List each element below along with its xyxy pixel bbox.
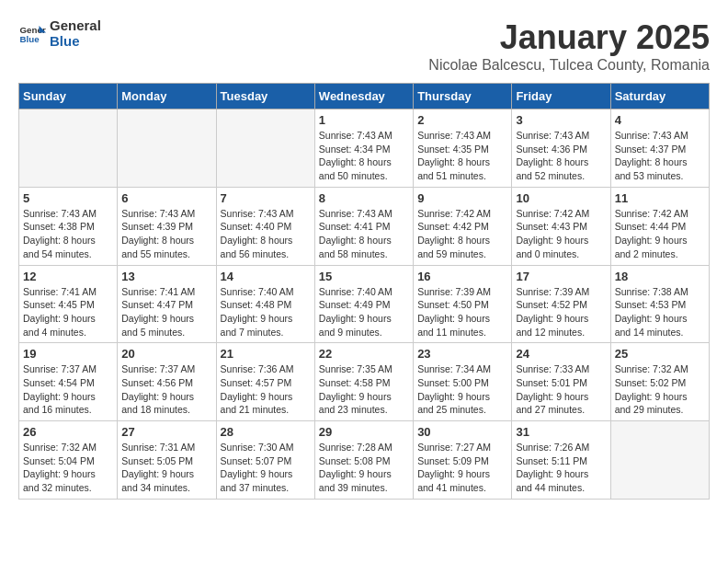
weekday-header-row: SundayMondayTuesdayWednesdayThursdayFrid…	[19, 84, 710, 109]
weekday-header: Monday	[118, 84, 216, 109]
calendar-cell: 2Sunrise: 7:43 AM Sunset: 4:35 PM Daylig…	[414, 109, 512, 188]
calendar-cell: 24Sunrise: 7:33 AM Sunset: 5:01 PM Dayli…	[512, 343, 610, 421]
title-section: January 2025 Nicolae Balcescu, Tulcea Co…	[428, 18, 710, 74]
weekday-header: Tuesday	[216, 84, 314, 109]
day-info: Sunrise: 7:40 AM Sunset: 4:48 PM Dayligh…	[221, 285, 311, 339]
calendar-cell: 4Sunrise: 7:43 AM Sunset: 4:37 PM Daylig…	[610, 109, 709, 188]
calendar-cell: 30Sunrise: 7:27 AM Sunset: 5:09 PM Dayli…	[414, 421, 512, 500]
day-number: 14	[221, 270, 311, 283]
day-number: 29	[319, 425, 409, 439]
day-number: 26	[23, 425, 113, 439]
calendar-cell	[610, 421, 709, 500]
page-header: General Blue General Blue January 2025 N…	[18, 18, 710, 74]
day-info: Sunrise: 7:28 AM Sunset: 5:08 PM Dayligh…	[319, 441, 409, 495]
day-info: Sunrise: 7:36 AM Sunset: 4:57 PM Dayligh…	[221, 362, 311, 417]
calendar-subtitle: Nicolae Balcescu, Tulcea County, Romania	[428, 57, 710, 74]
day-info: Sunrise: 7:40 AM Sunset: 4:49 PM Dayligh…	[319, 285, 409, 339]
weekday-header: Thursday	[414, 84, 512, 109]
day-info: Sunrise: 7:39 AM Sunset: 4:52 PM Dayligh…	[516, 285, 606, 339]
calendar-cell: 25Sunrise: 7:32 AM Sunset: 5:02 PM Dayli…	[610, 343, 709, 421]
logo-general-text: General	[50, 18, 101, 34]
day-number: 23	[417, 347, 507, 361]
calendar-cell: 8Sunrise: 7:43 AM Sunset: 4:41 PM Daylig…	[314, 187, 413, 265]
calendar-cell: 18Sunrise: 7:38 AM Sunset: 4:53 PM Dayli…	[610, 265, 709, 343]
day-number: 31	[516, 425, 606, 439]
day-info: Sunrise: 7:27 AM Sunset: 5:09 PM Dayligh…	[417, 441, 507, 495]
day-info: Sunrise: 7:34 AM Sunset: 5:00 PM Dayligh…	[417, 362, 507, 417]
day-info: Sunrise: 7:30 AM Sunset: 5:07 PM Dayligh…	[221, 441, 311, 495]
calendar-cell: 7Sunrise: 7:43 AM Sunset: 4:40 PM Daylig…	[216, 187, 314, 265]
calendar-cell: 28Sunrise: 7:30 AM Sunset: 5:07 PM Dayli…	[216, 421, 314, 500]
calendar-cell: 14Sunrise: 7:40 AM Sunset: 4:48 PM Dayli…	[216, 265, 314, 343]
day-number: 28	[221, 425, 311, 439]
calendar-cell: 26Sunrise: 7:32 AM Sunset: 5:04 PM Dayli…	[19, 421, 118, 500]
calendar-cell: 29Sunrise: 7:28 AM Sunset: 5:08 PM Dayli…	[314, 421, 413, 500]
calendar-cell	[118, 109, 216, 188]
day-number: 17	[516, 270, 606, 283]
calendar-cell: 22Sunrise: 7:35 AM Sunset: 4:58 PM Dayli…	[314, 343, 413, 421]
day-info: Sunrise: 7:43 AM Sunset: 4:34 PM Dayligh…	[319, 129, 409, 183]
day-info: Sunrise: 7:42 AM Sunset: 4:42 PM Dayligh…	[417, 207, 507, 261]
day-info: Sunrise: 7:43 AM Sunset: 4:35 PM Dayligh…	[417, 129, 507, 183]
day-number: 16	[417, 270, 507, 283]
logo-icon: General Blue	[18, 20, 46, 48]
day-info: Sunrise: 7:41 AM Sunset: 4:47 PM Dayligh…	[121, 285, 211, 339]
day-number: 5	[23, 191, 113, 205]
calendar-cell	[216, 109, 314, 188]
day-number: 27	[121, 425, 211, 439]
calendar-cell: 15Sunrise: 7:40 AM Sunset: 4:49 PM Dayli…	[314, 265, 413, 343]
calendar-week-row: 19Sunrise: 7:37 AM Sunset: 4:54 PM Dayli…	[19, 343, 710, 421]
day-number: 4	[615, 113, 705, 127]
day-info: Sunrise: 7:32 AM Sunset: 5:04 PM Dayligh…	[23, 441, 113, 495]
day-number: 20	[121, 347, 211, 361]
calendar-cell: 31Sunrise: 7:26 AM Sunset: 5:11 PM Dayli…	[512, 421, 610, 500]
day-info: Sunrise: 7:26 AM Sunset: 5:11 PM Dayligh…	[516, 441, 606, 495]
calendar-cell: 20Sunrise: 7:37 AM Sunset: 4:56 PM Dayli…	[118, 343, 216, 421]
calendar-week-row: 12Sunrise: 7:41 AM Sunset: 4:45 PM Dayli…	[19, 265, 710, 343]
day-number: 9	[417, 191, 507, 205]
day-info: Sunrise: 7:43 AM Sunset: 4:36 PM Dayligh…	[516, 129, 606, 183]
calendar-cell: 21Sunrise: 7:36 AM Sunset: 4:57 PM Dayli…	[216, 343, 314, 421]
calendar-cell: 27Sunrise: 7:31 AM Sunset: 5:05 PM Dayli…	[118, 421, 216, 500]
day-info: Sunrise: 7:38 AM Sunset: 4:53 PM Dayligh…	[615, 285, 705, 339]
day-number: 30	[417, 425, 507, 439]
calendar-cell: 13Sunrise: 7:41 AM Sunset: 4:47 PM Dayli…	[118, 265, 216, 343]
day-number: 15	[319, 270, 409, 283]
day-info: Sunrise: 7:43 AM Sunset: 4:40 PM Dayligh…	[221, 207, 311, 261]
day-info: Sunrise: 7:33 AM Sunset: 5:01 PM Dayligh…	[516, 362, 606, 417]
day-number: 25	[615, 347, 705, 361]
calendar-cell: 1Sunrise: 7:43 AM Sunset: 4:34 PM Daylig…	[314, 109, 413, 188]
calendar-title: January 2025	[428, 18, 710, 57]
day-info: Sunrise: 7:43 AM Sunset: 4:41 PM Dayligh…	[319, 207, 409, 261]
day-info: Sunrise: 7:31 AM Sunset: 5:05 PM Dayligh…	[121, 441, 211, 495]
day-number: 3	[516, 113, 606, 127]
weekday-header: Sunday	[19, 84, 118, 109]
calendar-week-row: 26Sunrise: 7:32 AM Sunset: 5:04 PM Dayli…	[19, 421, 710, 500]
day-info: Sunrise: 7:43 AM Sunset: 4:39 PM Dayligh…	[121, 207, 211, 261]
day-info: Sunrise: 7:42 AM Sunset: 4:43 PM Dayligh…	[516, 207, 606, 261]
day-number: 1	[319, 113, 409, 127]
day-number: 21	[221, 347, 311, 361]
logo: General Blue General Blue	[18, 18, 101, 49]
day-number: 24	[516, 347, 606, 361]
calendar-cell: 23Sunrise: 7:34 AM Sunset: 5:00 PM Dayli…	[414, 343, 512, 421]
day-number: 12	[23, 270, 113, 283]
weekday-header: Saturday	[610, 84, 709, 109]
day-info: Sunrise: 7:43 AM Sunset: 4:37 PM Dayligh…	[615, 129, 705, 183]
calendar-cell: 5Sunrise: 7:43 AM Sunset: 4:38 PM Daylig…	[19, 187, 118, 265]
day-info: Sunrise: 7:32 AM Sunset: 5:02 PM Dayligh…	[615, 362, 705, 417]
calendar-cell: 12Sunrise: 7:41 AM Sunset: 4:45 PM Dayli…	[19, 265, 118, 343]
day-number: 13	[121, 270, 211, 283]
day-info: Sunrise: 7:37 AM Sunset: 4:54 PM Dayligh…	[23, 362, 113, 417]
day-number: 10	[516, 191, 606, 205]
day-number: 7	[221, 191, 311, 205]
day-number: 8	[319, 191, 409, 205]
day-number: 6	[121, 191, 211, 205]
day-info: Sunrise: 7:42 AM Sunset: 4:44 PM Dayligh…	[615, 207, 705, 261]
day-info: Sunrise: 7:39 AM Sunset: 4:50 PM Dayligh…	[417, 285, 507, 339]
calendar-cell: 6Sunrise: 7:43 AM Sunset: 4:39 PM Daylig…	[118, 187, 216, 265]
day-number: 11	[615, 191, 705, 205]
calendar-cell	[19, 109, 118, 188]
day-info: Sunrise: 7:37 AM Sunset: 4:56 PM Dayligh…	[121, 362, 211, 417]
day-info: Sunrise: 7:41 AM Sunset: 4:45 PM Dayligh…	[23, 285, 113, 339]
